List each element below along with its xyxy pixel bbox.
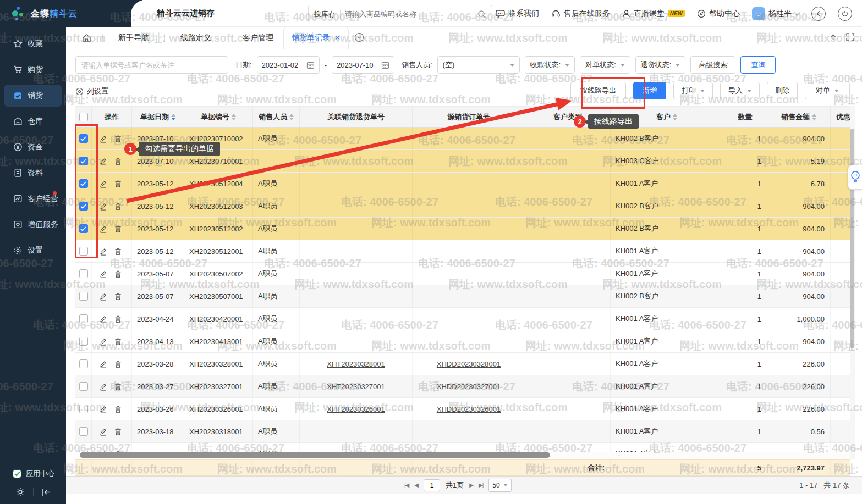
vertical-scrollbar-thumb[interactable]	[850, 129, 854, 348]
delete-icon[interactable]	[114, 383, 122, 391]
last-page-icon[interactable]: ▶|	[479, 482, 483, 488]
sort-icon[interactable]	[289, 114, 294, 120]
import-button[interactable]: 导入	[720, 82, 760, 99]
edit-icon[interactable]	[99, 225, 107, 233]
row-checkbox[interactable]	[79, 134, 88, 143]
column-header-salesperson[interactable]: 销售人员	[253, 107, 300, 127]
sidebar-item-shezhi[interactable]: 设置	[0, 237, 66, 263]
edit-icon[interactable]	[99, 180, 107, 188]
inventory-search[interactable]: 搜库存	[308, 5, 492, 23]
edit-icon[interactable]	[99, 405, 107, 413]
payment-status-select[interactable]: 收款状态:	[525, 56, 575, 74]
column-header-doc_no[interactable]: 单据编号	[184, 107, 253, 127]
delete-icon[interactable]	[114, 360, 122, 368]
sidebar-item-cangku[interactable]: 仓库	[0, 108, 66, 134]
tab-list-dropdown-icon[interactable]	[354, 32, 364, 44]
source-order-link[interactable]: XHDD20230328001	[437, 360, 501, 368]
edit-icon[interactable]	[99, 247, 107, 256]
first-page-icon[interactable]: |◀	[404, 482, 409, 488]
horizontal-scrollbar-thumb[interactable]	[80, 452, 550, 458]
delete-icon[interactable]	[114, 337, 122, 346]
column-settings-button[interactable]: 列设置	[75, 86, 108, 96]
theme-icon[interactable]	[12, 488, 29, 496]
delete-icon[interactable]	[114, 405, 122, 413]
sidebar-item-kehujingying[interactable]: 客户经营	[0, 186, 66, 212]
advanced-search-button[interactable]: 高级搜索	[690, 56, 735, 74]
collapse-sidebar-icon[interactable]	[38, 488, 54, 496]
row-checkbox[interactable]	[79, 292, 88, 301]
fullscreen-icon[interactable]	[846, 33, 854, 41]
row-checkbox[interactable]	[79, 202, 88, 211]
help-center-link[interactable]: 帮助中心	[697, 9, 740, 19]
edit-icon[interactable]	[99, 360, 107, 368]
edit-icon[interactable]	[99, 135, 107, 143]
home-tab-icon[interactable]	[78, 34, 95, 42]
user-menu[interactable]: 杨桂平	[752, 7, 799, 20]
delete-button[interactable]: 删除	[767, 82, 798, 99]
sort-icon[interactable]	[673, 114, 677, 120]
edit-icon[interactable]	[99, 337, 107, 346]
edit-icon[interactable]	[99, 383, 107, 391]
contact-us-link[interactable]: 联系我们	[496, 9, 539, 19]
row-checkbox[interactable]	[79, 157, 88, 165]
print-button[interactable]: 打印	[673, 82, 713, 99]
row-checkbox[interactable]	[79, 427, 88, 436]
source-order-link[interactable]: XHDD20230327001	[437, 383, 501, 391]
search-icon[interactable]	[477, 10, 486, 19]
return-order-link[interactable]: XHT20230327001	[327, 383, 385, 391]
page-number-input[interactable]	[424, 479, 440, 491]
delete-icon[interactable]	[114, 428, 122, 436]
row-checkbox[interactable]	[79, 337, 88, 346]
delete-icon[interactable]	[114, 180, 122, 188]
query-button[interactable]: 查询	[740, 56, 776, 74]
reconcile-button[interactable]: 对单	[805, 82, 850, 99]
delete-icon[interactable]	[114, 292, 122, 301]
select-all-checkbox[interactable]	[79, 113, 88, 121]
delete-icon[interactable]	[114, 315, 122, 323]
page-size-select[interactable]: 50	[488, 479, 511, 492]
delete-icon[interactable]	[114, 157, 122, 165]
assistant-widget[interactable]	[848, 165, 862, 190]
delete-icon[interactable]	[114, 135, 122, 143]
tab-newbie-guide[interactable]: 新手导航	[111, 33, 157, 43]
row-checkbox[interactable]	[79, 405, 88, 413]
return-order-link[interactable]: XHT20230326001	[327, 405, 385, 413]
sort-icon[interactable]	[232, 114, 236, 120]
delete-icon[interactable]	[114, 202, 122, 211]
delete-icon[interactable]	[114, 247, 122, 256]
sort-icon[interactable]	[812, 114, 816, 120]
column-header-customer[interactable]: 客户	[611, 107, 723, 127]
sidebar-item-app-center[interactable]: 应用中心	[0, 469, 66, 479]
prev-page-icon[interactable]: ◀	[414, 482, 418, 488]
row-checkbox[interactable]	[79, 224, 88, 233]
tab-route-definition[interactable]: 线路定义	[173, 33, 219, 43]
export-by-route-button[interactable]: 按线路导出	[570, 82, 626, 99]
row-checkbox[interactable]	[79, 247, 88, 256]
live-class-link[interactable]: 直播课堂 NEW	[622, 9, 685, 19]
vertical-scrollbar[interactable]	[850, 106, 855, 459]
edit-icon[interactable]	[99, 202, 107, 211]
column-header-amount[interactable]: 销售金额	[767, 107, 831, 127]
return-order-link[interactable]: XHT20230328001	[327, 360, 385, 368]
row-checkbox[interactable]	[79, 269, 88, 278]
row-checkbox[interactable]	[79, 382, 88, 391]
column-header-date[interactable]: 单据日期	[132, 107, 184, 127]
sidebar-item-shoucang[interactable]: 收藏	[0, 31, 66, 57]
logout-power-icon[interactable]	[838, 7, 852, 21]
scroll-top-icon[interactable]	[829, 33, 837, 41]
sidebar-item-ziliao[interactable]: 资料	[0, 160, 66, 186]
date-from-input[interactable]: 2023-01-02	[257, 56, 320, 74]
source-order-link[interactable]: XHDD20230326001	[437, 405, 501, 413]
salesperson-select[interactable]: (空)	[437, 56, 520, 74]
edit-icon[interactable]	[99, 315, 107, 323]
return-status-select[interactable]: 退货状态:	[635, 56, 686, 74]
sidebar-item-zijin[interactable]: 资金	[0, 134, 66, 160]
delete-icon[interactable]	[114, 225, 122, 233]
edit-icon[interactable]	[99, 157, 107, 165]
edit-icon[interactable]	[99, 292, 107, 301]
search-input[interactable]	[345, 10, 473, 18]
sidebar-item-gouhuo[interactable]: 购货	[0, 57, 66, 82]
row-checkbox[interactable]	[79, 359, 88, 368]
next-page-icon[interactable]: ▶	[469, 482, 473, 488]
sort-icon[interactable]	[171, 114, 175, 120]
